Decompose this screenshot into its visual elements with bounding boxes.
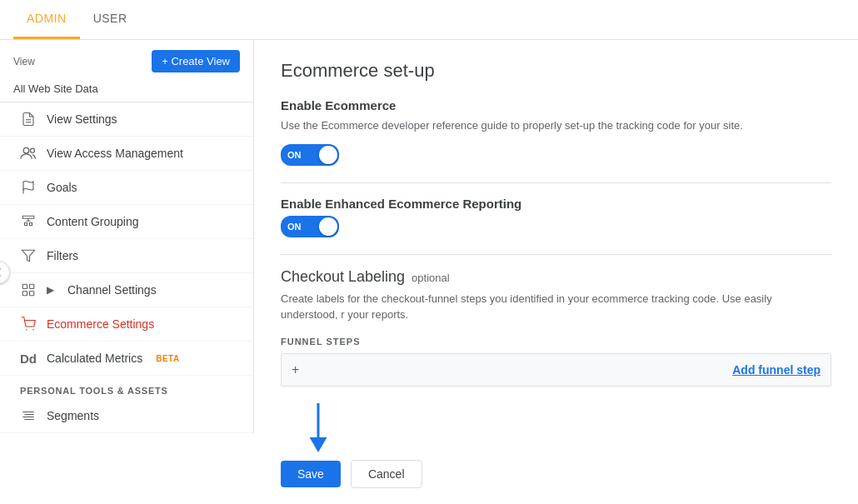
calculated-metrics-label: Calculated Metrics: [47, 352, 142, 365]
toggle-knob: [319, 146, 337, 164]
enable-enhanced-toggle[interactable]: ON: [281, 216, 339, 237]
view-access-label: View Access Management: [47, 147, 183, 160]
channel-icon: [20, 282, 37, 298]
view-settings-label: View Settings: [47, 112, 117, 126]
doc-icon: [20, 111, 37, 127]
beta-text: BETA: [156, 354, 179, 363]
flag-icon: [20, 179, 37, 196]
enhanced-toggle-on-label: ON: [282, 222, 307, 232]
sidebar-item-view-access[interactable]: View Access Management: [0, 137, 253, 171]
svg-point-10: [26, 329, 27, 331]
svg-rect-6: [22, 284, 27, 288]
sidebar-item-filters[interactable]: Filters: [0, 239, 253, 273]
cancel-button[interactable]: Cancel: [351, 460, 422, 488]
enhanced-toggle-knob: [319, 217, 337, 236]
personal-tools-label: PERSONAL TOOLS & ASSETS: [0, 376, 253, 399]
view-label: View: [13, 56, 35, 67]
tab-admin[interactable]: ADMIN: [13, 0, 80, 39]
main-content: Ecommerce set-up Enable Ecommerce Use th…: [254, 40, 858, 504]
sidebar-header: View + Create View: [0, 40, 253, 79]
svg-point-11: [32, 329, 34, 331]
calc-icon: Dd: [20, 350, 37, 367]
page-title: Ecommerce set-up: [281, 60, 831, 82]
svg-point-3: [31, 148, 35, 152]
optional-label: optional: [412, 272, 450, 284]
goals-label: Goals: [47, 181, 77, 194]
enable-ecommerce-title: Enable Ecommerce: [281, 98, 831, 112]
channel-settings-label: Channel Settings: [67, 283, 157, 297]
segments-icon: [20, 407, 37, 424]
segments-label: Segments: [47, 409, 99, 422]
enable-enhanced-title: Enable Enhanced Ecommerce Reporting: [281, 197, 831, 211]
action-buttons: Save Cancel: [281, 460, 831, 488]
cart-icon: [20, 316, 37, 332]
checkout-title: Checkout Labeling: [281, 268, 405, 286]
expand-arrow-icon: ▶: [47, 284, 54, 296]
sidebar-item-ecommerce-settings[interactable]: Ecommerce Settings: [0, 307, 253, 342]
blue-arrow-icon: [297, 403, 339, 453]
funnel-steps-container: + Add funnel step: [281, 353, 831, 387]
filters-label: Filters: [47, 249, 78, 262]
sidebar-item-content-grouping[interactable]: Content Grouping: [0, 205, 253, 239]
svg-rect-9: [30, 292, 34, 296]
create-view-button[interactable]: + Create View: [152, 50, 240, 72]
add-funnel-step-link[interactable]: Add funnel step: [306, 363, 821, 377]
svg-marker-5: [22, 250, 35, 262]
ecommerce-settings-label: Ecommerce Settings: [47, 317, 154, 331]
enable-ecommerce-toggle-container: ON: [281, 144, 831, 166]
save-button[interactable]: Save: [281, 461, 341, 487]
sidebar-item-view-settings[interactable]: View Settings: [0, 102, 253, 137]
funnel-plus-icon[interactable]: +: [292, 362, 299, 377]
top-nav: ADMIN USER: [0, 0, 858, 40]
hierarchy-icon: [20, 213, 37, 230]
enable-enhanced-toggle-container: ON: [281, 216, 831, 237]
checkout-labeling-header: Checkout Labeling optional: [281, 268, 831, 286]
enable-ecommerce-desc: Use the Ecommerce developer reference gu…: [281, 117, 831, 134]
filter-icon: [20, 247, 37, 264]
tab-user[interactable]: USER: [80, 0, 141, 39]
toggle-on-label: ON: [282, 150, 307, 160]
content-grouping-label: Content Grouping: [47, 215, 139, 228]
svg-rect-8: [22, 292, 27, 296]
svg-point-2: [23, 147, 29, 153]
divider-1: [281, 182, 831, 183]
arrow-annotation: [281, 403, 831, 460]
sidebar-item-calculated-metrics[interactable]: Dd Calculated Metrics true BETA: [0, 342, 253, 376]
sidebar-wrapper: View + Create View All Web Site Data Vie…: [0, 40, 254, 504]
funnel-steps-label: FUNNEL STEPS: [281, 337, 831, 347]
sidebar-item-channel-settings[interactable]: ▶ Channel Settings: [0, 273, 253, 307]
site-label: All Web Site Data: [0, 79, 253, 102]
main-layout: View + Create View All Web Site Data Vie…: [0, 40, 858, 504]
sidebar-item-goals[interactable]: Goals: [0, 171, 253, 205]
checkout-desc: Create labels for the checkout-funnel st…: [281, 291, 831, 323]
funnel-step-row: + Add funnel step: [282, 354, 831, 386]
svg-rect-7: [30, 284, 34, 288]
sidebar: View + Create View All Web Site Data Vie…: [0, 40, 254, 433]
chevron-left-icon: [0, 267, 3, 277]
enable-ecommerce-toggle[interactable]: ON: [281, 144, 339, 166]
sidebar-item-segments[interactable]: Segments: [0, 399, 253, 433]
people-icon: [20, 145, 37, 162]
divider-2: [281, 254, 831, 255]
